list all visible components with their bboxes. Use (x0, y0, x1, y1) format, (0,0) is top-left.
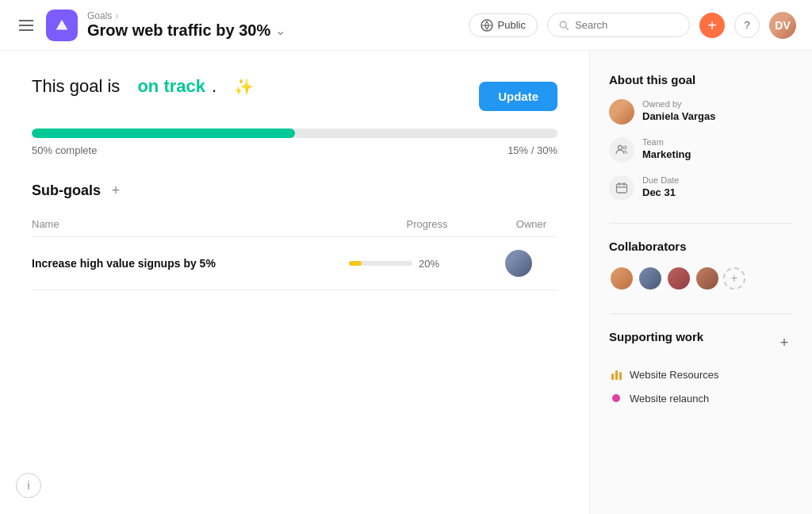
supporting-item-1-label: Website Resources (630, 369, 718, 381)
people-icon (615, 144, 628, 156)
header: Goals › Grow web traffic by 30% ⌄ Public… (0, 0, 812, 51)
calendar-icon (609, 175, 634, 201)
add-supporting-button[interactable]: + (776, 335, 793, 352)
app-logo (46, 10, 78, 41)
mini-progress-pct: 20% (419, 258, 439, 270)
subgoals-table: Name Progress Owner Increase high value … (32, 212, 557, 290)
avatar[interactable]: DV (769, 12, 796, 39)
collaborators-section: Collaborators + (609, 240, 793, 291)
due-date-text: Due Date Dec 31 (642, 175, 679, 198)
due-date-label: Due Date (642, 175, 679, 185)
team-row: Team Marketing (609, 137, 793, 163)
subgoals-title: Sub-goals (32, 182, 101, 199)
team-label: Team (642, 137, 691, 147)
subgoal-progress-cell: 20% (349, 258, 505, 270)
bar-chart-icon (609, 367, 623, 382)
supporting-work-title: Supporting work (609, 330, 703, 343)
page-title: Grow web traffic by 30% (87, 21, 270, 40)
subgoals-header: Sub-goals + (32, 182, 557, 199)
goal-content: This goal is on track. ✨ Update 50% comp… (0, 51, 590, 514)
col-name: Name (32, 212, 349, 237)
progress-bar-track (32, 128, 557, 138)
calendar-svg (615, 182, 628, 194)
main-layout: This goal is on track. ✨ Update 50% comp… (0, 51, 812, 514)
progress-bar-fill (32, 128, 295, 138)
supporting-item-1[interactable]: Website Resources (609, 367, 793, 382)
dot-icon (609, 391, 623, 405)
breadcrumb: Goals › (87, 10, 285, 21)
svg-line-3 (565, 27, 568, 29)
table-row: Increase high value signups by 5% 20% (32, 237, 557, 290)
public-badge[interactable]: Public (469, 13, 538, 37)
goal-status: This goal is on track. ✨ (32, 76, 254, 97)
menu-icon[interactable] (16, 17, 36, 34)
progress-labels: 50% complete 15% / 30% (32, 144, 557, 156)
collaborators-title: Collaborators (609, 240, 793, 253)
add-subgoal-button[interactable]: + (107, 182, 124, 199)
supporting-work-section: Supporting work + Website Resources Webs (609, 330, 793, 405)
sidebar: About this goal Owned by Daniela Vargas (590, 51, 812, 514)
col-progress: Progress (349, 212, 505, 237)
on-track-label: on track (137, 76, 205, 97)
breadcrumb-goals[interactable]: Goals (87, 10, 112, 21)
owner-avatar (505, 250, 532, 277)
search-icon (559, 20, 569, 31)
owned-by-row: Owned by Daniela Vargas (609, 99, 793, 125)
public-icon (481, 19, 493, 32)
team-text: Team Marketing (642, 137, 691, 160)
help-button[interactable]: ? (734, 13, 760, 38)
team-value: Marketing (642, 148, 691, 160)
breadcrumb-area: Goals › Grow web traffic by 30% ⌄ (87, 10, 285, 40)
search-input[interactable] (575, 19, 678, 31)
collab-avatar-3[interactable] (666, 266, 691, 291)
collaborators-avatars: + (609, 266, 793, 291)
owned-by-text: Owned by Daniela Vargas (642, 99, 716, 122)
sidebar-divider-1 (609, 223, 793, 224)
owner-sidebar-avatar (609, 99, 634, 125)
info-button[interactable]: i (16, 473, 41, 498)
col-owner: Owner (505, 212, 557, 237)
add-button[interactable]: + (699, 13, 725, 38)
svg-point-5 (623, 146, 626, 149)
due-date-row: Due Date Dec 31 (609, 175, 793, 201)
breadcrumb-arrow: › (115, 10, 118, 21)
chevron-down-icon[interactable]: ⌄ (275, 23, 285, 38)
collab-avatar-2[interactable] (638, 266, 663, 291)
supporting-item-2-label: Website relaunch (630, 393, 709, 405)
collab-avatar-4[interactable] (695, 266, 720, 291)
about-goal-section: About this goal Owned by Daniela Vargas (609, 73, 793, 201)
mini-progress-fill (349, 261, 362, 266)
subgoal-name: Increase high value signups by 5% (32, 257, 216, 270)
subgoals-section: Sub-goals + Name Progress Owner Increase… (32, 182, 557, 290)
goal-header: This goal is on track. ✨ Update (32, 76, 557, 116)
svg-rect-6 (617, 184, 627, 193)
public-label: Public (498, 19, 526, 31)
team-icon (609, 137, 634, 163)
svg-point-4 (619, 146, 622, 150)
sidebar-divider-2 (609, 313, 793, 314)
due-date-value: Dec 31 (642, 186, 679, 198)
collab-avatar-1[interactable] (609, 266, 634, 291)
owned-by-value: Daniela Vargas (642, 110, 716, 122)
progress-stat: 15% / 30% (508, 144, 557, 156)
mini-progress-track (349, 261, 412, 266)
status-prefix: This goal is (32, 76, 120, 97)
search-bar[interactable] (547, 13, 690, 37)
owner-avatar-img (505, 250, 532, 277)
add-collaborator-button[interactable]: + (723, 267, 745, 290)
supporting-item-2[interactable]: Website relaunch (609, 391, 793, 405)
progress-section: 50% complete 15% / 30% (32, 128, 557, 156)
supporting-work-header: Supporting work + (609, 330, 793, 356)
sparkle-icon: ✨ (234, 77, 254, 96)
progress-complete-label: 50% complete (32, 144, 97, 156)
owned-by-label: Owned by (642, 99, 716, 109)
update-button[interactable]: Update (479, 82, 557, 111)
about-goal-title: About this goal (609, 73, 793, 86)
